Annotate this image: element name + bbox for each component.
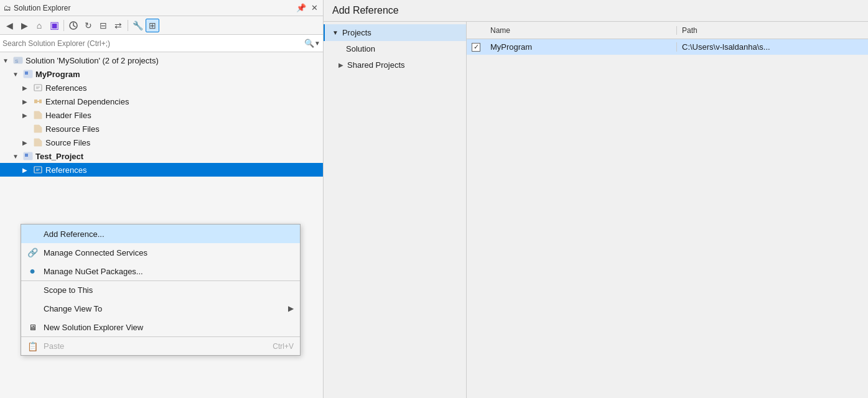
solution-explorer: 🗂 Solution Explorer 📌 ✕ ◀ ▶ ⌂ ▣ ↻ ⊟ ⇄ 🔧 … (0, 0, 324, 398)
projects-arrow: ▼ (332, 29, 338, 36)
nuget-icon: ● (26, 265, 39, 277)
collapse-button[interactable]: ⊟ (96, 19, 110, 32)
tree-item-resource-files[interactable]: Resource Files (0, 122, 323, 136)
svg-text:S: S (15, 58, 18, 64)
expand-ref-mp: ▶ (22, 85, 32, 91)
tree-item-solution[interactable]: ▼ S Solution 'MySolution' (2 of 2 projec… (0, 53, 323, 67)
tree-item-ext-deps[interactable]: ▶ External Dependencies (0, 95, 323, 108)
scope-to-this-label: Scope to This (44, 285, 93, 295)
toolbar-sep-1 (63, 20, 64, 31)
resource-files-label: Resource Files (45, 124, 100, 134)
header-files-label: Header Files (45, 111, 91, 120)
change-view-to-label: Change View To (44, 304, 102, 313)
se-toolbar: ◀ ▶ ⌂ ▣ ↻ ⊟ ⇄ 🔧 ⊞ (0, 16, 323, 35)
expand-solution: ▼ (2, 57, 12, 64)
paste-icon: 📋 (26, 340, 39, 353)
ctx-new-solution-view[interactable]: 🖥 New Solution Explorer View (21, 318, 300, 336)
search-icon[interactable]: 🔍 (304, 39, 314, 48)
ctx-change-view-to[interactable]: Change View To ▶ (21, 299, 300, 318)
resource-files-icon (32, 123, 44, 134)
ctx-manage-connected[interactable]: 🔗 Manage Connected Services (21, 243, 300, 262)
test-project-label: Test_Project (35, 152, 83, 161)
ar-table-row[interactable]: ✓ MyProgram C:\Users\v-lsaldanha\s... (467, 39, 868, 55)
manage-connected-label: Manage Connected Services (44, 248, 147, 257)
tree-item-source-files[interactable]: ▶ Source Files (0, 136, 323, 149)
ext-deps-label: External Dependencies (45, 97, 129, 106)
new-solution-view-label: New Solution Explorer View (44, 323, 143, 332)
add-reference-content: Name Path ✓ MyProgram C:\Users\v-lsaldan… (467, 22, 868, 398)
change-view-arrow: ▶ (288, 304, 294, 313)
tree-item-myprogram[interactable]: ▼ MyProgram (0, 67, 323, 81)
ctx-scope-to-this[interactable]: Scope to This (21, 280, 300, 299)
search-bar: 🔍 ▼ (0, 35, 323, 52)
toolbar-sep-2 (128, 20, 128, 31)
add-reference-panel: Add Reference ▼ Projects Solution ▶ Shar… (324, 0, 868, 398)
sync-button[interactable]: ⇄ (111, 19, 125, 32)
projects-label: Projects (342, 28, 371, 37)
nav-subitem-solution[interactable]: Solution (324, 41, 466, 57)
references-icon-mp (32, 82, 44, 93)
references-label-mp: References (45, 83, 86, 93)
pin-icon[interactable]: 📌 (295, 2, 307, 13)
references-label-tp: References (45, 165, 86, 175)
solution-nav-label: Solution (346, 44, 375, 53)
ctx-paste[interactable]: 📋 Paste Ctrl+V (21, 336, 300, 355)
row-path-myprogram: C:\Users\v-lsaldanha\s... (677, 42, 868, 52)
shared-projects-label: Shared Projects (347, 60, 405, 70)
col-name-header[interactable]: Name (485, 26, 677, 35)
svg-rect-4 (25, 72, 28, 75)
source-files-label: Source Files (45, 138, 90, 147)
myprogram-label: MyProgram (35, 70, 80, 79)
vs-icon-button[interactable]: ▣ (47, 19, 61, 32)
nav-item-shared-projects[interactable]: ▶ Shared Projects (324, 57, 466, 73)
shared-projects-arrow: ▶ (338, 62, 343, 68)
ar-empty-area (467, 55, 868, 398)
back-button[interactable]: ◀ (2, 19, 16, 32)
tree-item-references-mp[interactable]: ▶ References (0, 81, 323, 95)
add-reference-body: ▼ Projects Solution ▶ Shared Projects Na… (324, 22, 868, 398)
properties-button[interactable]: 🔧 (131, 19, 144, 32)
add-reference-label: Add Reference... (44, 229, 105, 239)
svg-rect-10 (34, 167, 42, 173)
myprogram-ref-label: MyProgram (490, 42, 532, 52)
add-reference-title: Add Reference (324, 0, 868, 22)
col-path-header[interactable]: Path (677, 26, 868, 35)
ctx-add-reference[interactable]: Add Reference... (21, 224, 300, 243)
project-icon-test (22, 150, 34, 162)
name-col-label: Name (490, 26, 510, 35)
expand-ref-tp: ▶ (22, 167, 32, 174)
ar-table-header: Name Path (467, 22, 868, 39)
context-menu: Add Reference... 🔗 Manage Connected Serv… (21, 224, 301, 356)
checkbox-myprogram[interactable]: ✓ (472, 43, 480, 52)
tree-item-test-project[interactable]: ▼ Test_Project (0, 149, 323, 163)
ext-deps-icon (32, 96, 44, 107)
row-checkbox[interactable]: ✓ (467, 43, 485, 52)
expand-myprogram: ▼ (12, 71, 22, 78)
svg-rect-9 (25, 154, 28, 157)
search-dropdown-icon[interactable]: ▼ (314, 40, 320, 47)
expand-ext-deps: ▶ (22, 98, 32, 105)
se-title: 🗂 Solution Explorer (4, 4, 70, 12)
svg-rect-5 (34, 85, 42, 91)
connected-services-icon: 🔗 (26, 246, 39, 259)
expand-source: ▶ (22, 139, 32, 146)
header-files-icon (32, 109, 44, 121)
nav-item-projects[interactable]: ▼ Projects (324, 24, 466, 41)
paste-shortcut: Ctrl+V (273, 342, 294, 351)
solution-icon: S (12, 55, 24, 66)
new-view-button[interactable]: ⊞ (146, 19, 159, 32)
tree-item-header-files[interactable]: ▶ Header Files (0, 108, 323, 122)
myprogram-path-label: C:\Users\v-lsaldanha\s... (682, 42, 770, 52)
manage-nuget-label: Manage NuGet Packages... (44, 267, 143, 276)
titlebar-icons: 📌 ✕ (295, 2, 319, 13)
row-name-myprogram: MyProgram (485, 42, 677, 52)
pending-changes-button[interactable] (67, 19, 80, 32)
refresh-button[interactable]: ↻ (82, 19, 95, 32)
close-icon[interactable]: ✕ (310, 2, 319, 13)
search-input[interactable] (2, 39, 303, 48)
expand-header: ▶ (22, 112, 32, 119)
forward-button[interactable]: ▶ (17, 19, 31, 32)
home-button[interactable]: ⌂ (32, 19, 46, 32)
ctx-manage-nuget[interactable]: ● Manage NuGet Packages... (21, 262, 300, 280)
tree-item-references-tp[interactable]: ▶ References (0, 163, 323, 177)
